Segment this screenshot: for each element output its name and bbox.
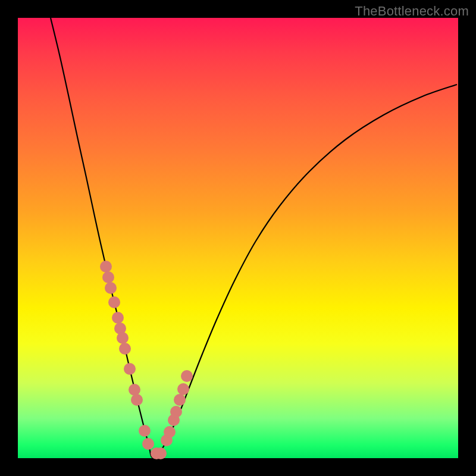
- marker-dot: [164, 426, 176, 438]
- watermark-text: TheBottleneck.com: [355, 4, 469, 19]
- marker-dot: [102, 271, 114, 283]
- marker-dot: [112, 312, 124, 324]
- marker-dot: [170, 406, 182, 418]
- curve-svg: [18, 18, 458, 458]
- marker-dot: [139, 425, 151, 437]
- marker-dot: [119, 343, 131, 355]
- marker-dot: [131, 394, 143, 406]
- chart-frame: TheBottleneck.com: [0, 0, 476, 476]
- marker-dot: [155, 447, 167, 459]
- marker-dot: [181, 370, 193, 382]
- plot-area: [18, 18, 458, 458]
- marker-dot: [174, 394, 186, 406]
- marker-dot: [108, 296, 120, 308]
- marker-dot: [177, 383, 189, 395]
- marker-dot: [124, 363, 136, 375]
- marker-group: [100, 261, 193, 459]
- marker-dot: [100, 261, 112, 273]
- bottleneck-curve: [51, 18, 457, 458]
- marker-dot: [117, 332, 129, 344]
- marker-dot: [129, 384, 140, 396]
- marker-dot: [105, 282, 117, 294]
- marker-dot: [142, 438, 154, 450]
